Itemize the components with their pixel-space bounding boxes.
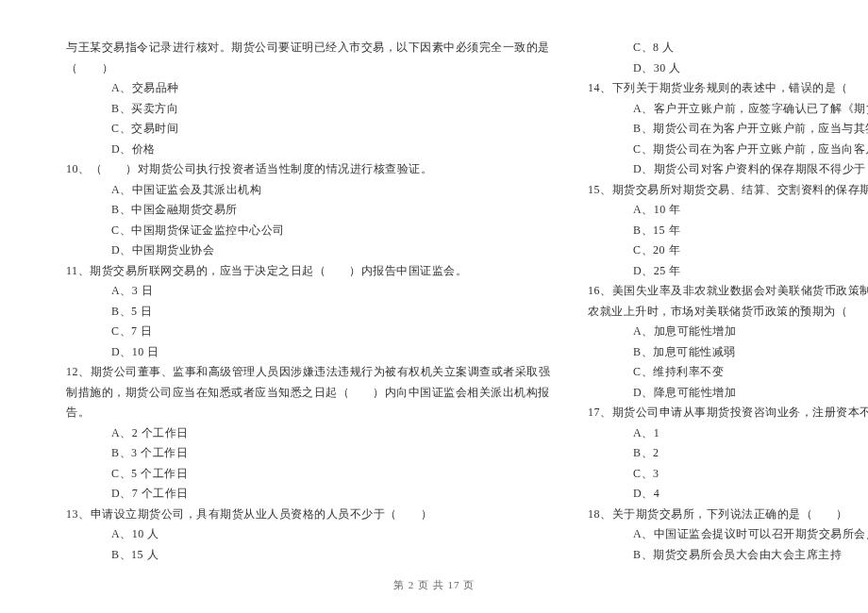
q16-option-d: D、降息可能性增加 xyxy=(588,383,868,404)
q14-option-a: A、客户开立账户前，应签字确认已了解《期货交易风险说明书》的内容 xyxy=(588,99,868,120)
q12-option-b: B、3 个工作日 xyxy=(66,443,550,464)
page-footer: 第 2 页 共 17 页 xyxy=(0,578,868,592)
q15-option-c: C、20 年 xyxy=(588,240,868,261)
q14-option-d: D、期货公司对客户资料的保存期限不得少于 10 年 xyxy=(588,159,868,180)
q11-option-d: D、10 日 xyxy=(66,342,550,363)
q12-option-a: A、2 个工作日 xyxy=(66,423,550,444)
q17-option-a: A、1 xyxy=(588,423,868,444)
q9-option-c: C、交易时间 xyxy=(66,119,550,140)
q18-option-b: B、期货交易所会员大会由大会主席主持 xyxy=(588,545,868,566)
q12-stem-line3: 告。 xyxy=(66,403,550,423)
q11-option-c: C、7 日 xyxy=(66,322,550,342)
q13-option-c: C、8 人 xyxy=(588,38,868,58)
q10-option-a: A、中国证监会及其派出机构 xyxy=(66,180,550,201)
q12-stem-line2: 制措施的，期货公司应当在知悉或者应当知悉之日起（ ）内向中国证监会相关派出机构报 xyxy=(66,383,550,404)
q9-stem-line2: （ ） xyxy=(66,58,550,79)
q15-option-b: B、15 年 xyxy=(588,221,868,241)
q16-stem-line2: 农就业上升时，市场对美联储货币政策的预期为（ ） xyxy=(588,302,868,323)
q15-option-a: A、10 年 xyxy=(588,200,868,221)
q11-option-b: B、5 日 xyxy=(66,302,550,323)
right-column: C、8 人 D、30 人 14、下列关于期货业务规则的表述中，错误的是（ ） A… xyxy=(588,38,868,575)
q15-option-d: D、25 年 xyxy=(588,261,868,282)
q9-option-d: D、价格 xyxy=(66,140,550,160)
q16-option-c: C、维持利率不变 xyxy=(588,362,868,383)
q16-option-a: A、加息可能性增加 xyxy=(588,322,868,342)
q13-option-d: D、30 人 xyxy=(588,58,868,79)
q13-option-a: A、10 人 xyxy=(66,524,550,545)
q14-stem: 14、下列关于期货业务规则的表述中，错误的是（ ） xyxy=(588,78,868,99)
q9-stem-line1: 与王某交易指令记录进行核对。期货公司要证明已经入市交易，以下因素中必须完全一致的… xyxy=(66,38,550,58)
q13-option-b: B、15 人 xyxy=(66,545,550,566)
page-container: 与王某交易指令记录进行核对。期货公司要证明已经入市交易，以下因素中必须完全一致的… xyxy=(0,0,868,613)
q15-stem: 15、期货交易所对期货交易、结算、交割资料的保存期限应当不少于（ ） xyxy=(588,180,868,201)
q13-stem: 13、申请设立期货公司，具有期货从业人员资格的人员不少于（ ） xyxy=(66,505,550,525)
q14-option-b: B、期货公司在为客户开立账户前，应当与其签订期货经纪合同 xyxy=(588,119,868,140)
q17-option-b: B、2 xyxy=(588,443,868,464)
q17-stem: 17、期货公司申请从事期货投资咨询业务，注册资本不低于人民币（ ）亿元。 xyxy=(588,403,868,423)
q9-option-a: A、交易品种 xyxy=(66,78,550,99)
q10-option-b: B、中国金融期货交易所 xyxy=(66,200,550,221)
q17-option-c: C、3 xyxy=(588,464,868,485)
q10-option-c: C、中国期货保证金监控中心公司 xyxy=(66,221,550,241)
q14-option-c: C、期货公司在为客户开立账户前，应当向客户出示《期货交易风险说明书》 xyxy=(588,140,868,160)
q16-option-b: B、加息可能性减弱 xyxy=(588,342,868,363)
q12-stem-line1: 12、期货公司董事、监事和高级管理人员因涉嫌违法违规行为被有权机关立案调查或者采… xyxy=(66,362,550,383)
q16-stem-line1: 16、美国失业率及非农就业数据会对美联储货币政策制定产生一定的影响。当失业率下降… xyxy=(588,281,868,302)
q10-stem: 10、（ ）对期货公司执行投资者适当性制度的情况进行核查验证。 xyxy=(66,159,550,180)
left-column: 与王某交易指令记录进行核对。期货公司要证明已经入市交易，以下因素中必须完全一致的… xyxy=(66,38,550,575)
q12-option-c: C、5 个工作日 xyxy=(66,464,550,485)
q18-option-a: A、中国证监会提议时可以召开期货交易所会员大会 xyxy=(588,524,868,545)
q9-option-b: B、买卖方向 xyxy=(66,99,550,120)
q10-option-d: D、中国期货业协会 xyxy=(66,240,550,261)
q11-stem: 11、期货交易所联网交易的，应当于决定之日起（ ）内报告中国证监会。 xyxy=(66,261,550,282)
q18-stem: 18、关于期货交易所，下列说法正确的是（ ） xyxy=(588,505,868,525)
q17-option-d: D、4 xyxy=(588,484,868,505)
q12-option-d: D、7 个工作日 xyxy=(66,484,550,505)
q11-option-a: A、3 日 xyxy=(66,281,550,302)
